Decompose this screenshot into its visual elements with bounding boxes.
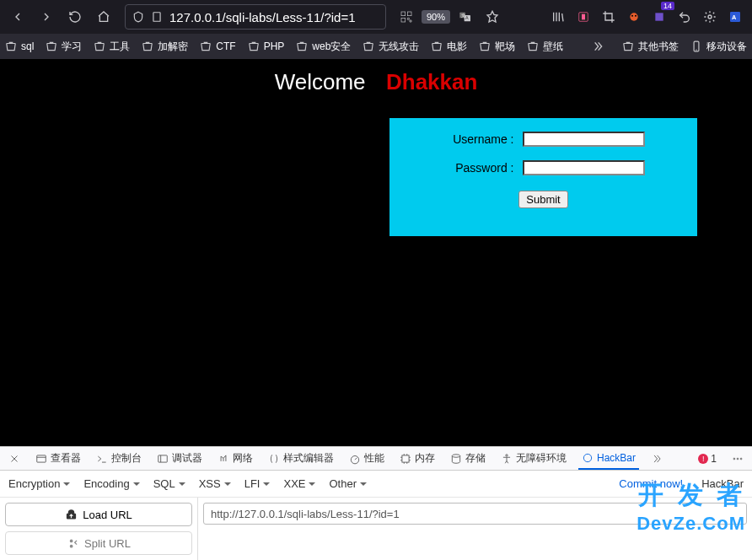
bookmark-item[interactable]: web安全 bbox=[296, 40, 351, 54]
bookmark-item[interactable]: 电影 bbox=[431, 40, 467, 54]
qr-icon[interactable] bbox=[395, 5, 418, 29]
svg-point-12 bbox=[635, 15, 637, 17]
menu-lfi[interactable]: LFI bbox=[244, 477, 271, 490]
svg-rect-0 bbox=[153, 13, 160, 22]
tab-console[interactable]: 控制台 bbox=[93, 447, 145, 470]
svg-point-23 bbox=[506, 454, 508, 455]
menu-encoding[interactable]: Encoding bbox=[83, 477, 139, 490]
svg-point-24 bbox=[583, 454, 591, 461]
svg-point-27 bbox=[740, 458, 742, 460]
bookmark-item[interactable]: 壁纸 bbox=[527, 40, 563, 54]
svg-point-10 bbox=[630, 13, 637, 20]
menu-sql[interactable]: SQL bbox=[153, 477, 185, 490]
svg-rect-18 bbox=[37, 455, 46, 461]
bookmark-item[interactable]: 学习 bbox=[46, 40, 82, 54]
username-input[interactable] bbox=[523, 132, 645, 147]
devtools-overflow-icon[interactable] bbox=[647, 447, 666, 470]
svg-rect-9 bbox=[582, 14, 585, 20]
page-title: Welcome Dhakkan bbox=[0, 59, 752, 95]
other-bookmarks[interactable]: 其他书签 bbox=[622, 40, 679, 54]
password-label: Password : bbox=[443, 161, 514, 175]
bookmark-item[interactable]: PHP bbox=[248, 40, 285, 52]
zoom-indicator[interactable]: 90% bbox=[422, 10, 450, 24]
bookmark-item[interactable]: 工具 bbox=[94, 40, 130, 54]
tab-inspector[interactable]: 查看器 bbox=[32, 447, 84, 470]
bookmark-star-icon[interactable] bbox=[481, 5, 504, 29]
tab-accessibility[interactable]: 无障碍环境 bbox=[497, 447, 570, 470]
svg-rect-13 bbox=[655, 13, 663, 20]
hackbar-url-input[interactable] bbox=[203, 503, 747, 525]
crop-icon[interactable] bbox=[597, 5, 620, 29]
undo-icon[interactable] bbox=[673, 5, 696, 29]
svg-rect-1 bbox=[401, 12, 406, 16]
tab-style-editor[interactable]: 样式编辑器 bbox=[265, 447, 337, 470]
bookmark-item[interactable]: 加解密 bbox=[142, 40, 188, 54]
split-url-button[interactable]: Split URL bbox=[5, 531, 192, 555]
devtools-menu-icon[interactable] bbox=[728, 447, 747, 470]
submit-button[interactable]: Submit bbox=[518, 191, 567, 208]
tab-hackbar[interactable]: HackBar bbox=[578, 447, 639, 470]
svg-point-11 bbox=[631, 15, 633, 17]
tab-performance[interactable]: 性能 bbox=[346, 447, 388, 470]
bookmark-item[interactable]: 靶场 bbox=[479, 40, 515, 54]
back-button[interactable] bbox=[5, 4, 30, 30]
ext-bug-icon[interactable] bbox=[622, 5, 646, 29]
bookmark-item[interactable]: 无线攻击 bbox=[363, 40, 419, 54]
url-bar[interactable]: 127.0.0.1/sqli-labs/Less-11/?id=1 bbox=[125, 4, 386, 30]
translate-icon[interactable]: 文A bbox=[454, 5, 477, 29]
home-button[interactable] bbox=[91, 4, 116, 30]
devtools-close-icon[interactable] bbox=[5, 447, 24, 470]
bookmarks-bar: sql 学习 工具 加解密 CTF PHP web安全 无线攻击 电影 靶场 壁… bbox=[0, 34, 752, 59]
page-icon bbox=[151, 11, 163, 23]
svg-rect-19 bbox=[158, 455, 168, 461]
menu-xss[interactable]: XSS bbox=[199, 477, 231, 490]
bookmark-item[interactable]: sql bbox=[5, 40, 34, 52]
svg-text:A: A bbox=[732, 13, 737, 21]
tab-debugger[interactable]: 调试器 bbox=[153, 447, 206, 470]
ext-badge-icon[interactable]: 14 bbox=[647, 5, 671, 29]
shield-icon bbox=[132, 11, 144, 23]
svg-point-26 bbox=[737, 458, 739, 460]
reload-button[interactable] bbox=[62, 4, 88, 30]
svg-rect-3 bbox=[401, 18, 406, 22]
bookmark-item[interactable]: CTF bbox=[200, 40, 235, 52]
menu-xxe[interactable]: XXE bbox=[283, 477, 315, 490]
menu-other[interactable]: Other bbox=[329, 477, 367, 490]
hackbar-menu-row: Encryption Encoding SQL XSS LFI XXE Othe… bbox=[0, 471, 752, 498]
ext-square-icon[interactable] bbox=[572, 5, 595, 29]
svg-point-22 bbox=[452, 454, 459, 457]
svg-text:文: 文 bbox=[461, 13, 465, 18]
svg-rect-2 bbox=[407, 12, 411, 16]
mobile-bookmarks[interactable]: 移动设备 bbox=[690, 40, 747, 54]
svg-point-25 bbox=[733, 458, 735, 460]
devtools-tabs: 查看器 控制台 调试器 网络 样式编辑器 性能 内存 存储 无障碍环境 Hack… bbox=[0, 447, 752, 471]
hackbar-brand: HackBar bbox=[701, 477, 744, 490]
tab-memory[interactable]: 内存 bbox=[396, 447, 438, 470]
commit-link[interactable]: Commit now! bbox=[619, 477, 683, 490]
menu-encryption[interactable]: Encryption bbox=[8, 477, 70, 490]
ext-gear-icon[interactable] bbox=[698, 5, 722, 29]
username-label: Username : bbox=[443, 132, 514, 146]
forward-button[interactable] bbox=[34, 4, 59, 30]
error-count[interactable]: !1 bbox=[698, 453, 717, 465]
load-url-button[interactable]: Load URL bbox=[5, 503, 192, 526]
svg-text:A: A bbox=[465, 15, 469, 20]
url-text: 127.0.0.1/sqli-labs/Less-11/?id=1 bbox=[169, 10, 379, 24]
page-content: Welcome Dhakkan Username : Password : Su… bbox=[0, 59, 752, 446]
overflow-chevron-icon[interactable] bbox=[585, 34, 610, 59]
library-icon[interactable] bbox=[546, 5, 570, 29]
svg-rect-21 bbox=[402, 455, 409, 461]
svg-point-14 bbox=[708, 15, 712, 19]
password-input[interactable] bbox=[523, 160, 645, 175]
tab-network[interactable]: 网络 bbox=[214, 447, 256, 470]
ext-av-icon[interactable]: A bbox=[723, 5, 747, 29]
login-form: Username : Password : Submit bbox=[389, 118, 697, 236]
tab-storage[interactable]: 存储 bbox=[447, 447, 489, 470]
